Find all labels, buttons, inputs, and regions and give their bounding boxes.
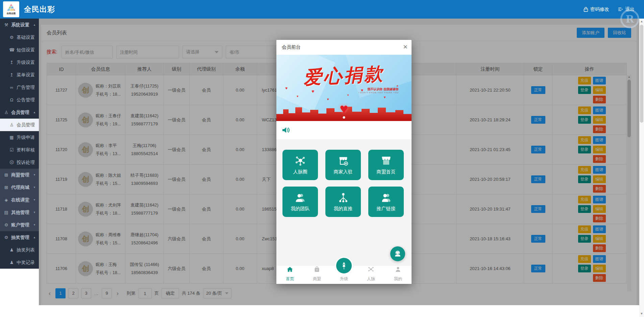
sidebar-item-account-management[interactable]: ⚙账户管理▼: [0, 219, 39, 231]
sidebar-item-label: 抽奖列表: [17, 247, 35, 253]
sidebar-item-online-classroom[interactable]: ◈在线课堂▼: [0, 194, 39, 206]
sidebar-item-alliance-management[interactable]: ⊞商盟管理▼: [0, 169, 39, 181]
sidebar-item-upgrade-apply[interactable]: ▦升级申请: [0, 131, 39, 144]
sidebar-item-other-management[interactable]: ▤其他管理▼: [0, 206, 39, 219]
sidebar-item-label: 商盟管理: [11, 172, 29, 178]
member-front-modal: 会员前台 × 爱心捐款 我不认识你 但我谢谢你 I DON'T KNOW YOU…: [276, 40, 412, 284]
user-icon: ♙: [4, 110, 9, 115]
chevron-down-icon: ▼: [33, 211, 36, 214]
heart-icon: ♥: [384, 95, 386, 99]
big-heart-icon: ♥: [340, 101, 348, 117]
frown-icon: ☹: [9, 160, 14, 165]
gear-icon: ⚙: [9, 35, 14, 40]
nav-wode[interactable]: 我的: [385, 266, 412, 284]
shop-icon: [380, 155, 392, 167]
page-scrollbar[interactable]: ▲ ▼: [639, 19, 644, 317]
top-header: 全民出彩 全民出彩 密码修改 退出: [0, 0, 644, 19]
sidebar-item-basic-settings[interactable]: ⚙基础设置: [0, 31, 39, 44]
heart-icon: ♥: [361, 88, 363, 93]
app-window: 全民出彩 全民出彩 密码修改 退出 R ⚒系统设置▲⚙基础设置☎短信设置↥升级设…: [0, 0, 644, 317]
sidebar-item-sms-settings[interactable]: ☎短信设置: [0, 44, 39, 56]
announcement-bar[interactable]: [276, 121, 412, 139]
chevron-down-icon: ▼: [33, 186, 36, 189]
sidebar-item-label: 会员管理: [17, 122, 35, 128]
sidebar-item-menu-settings[interactable]: ↥菜单设置: [0, 69, 39, 81]
heart-icon: ♥: [347, 94, 349, 97]
scrollbar-thumb[interactable]: [640, 25, 643, 123]
person-plus-icon: [380, 192, 392, 204]
chevron-up-icon: ▲: [33, 236, 36, 239]
sidebar-item-label: 公告管理: [17, 97, 35, 103]
watermark-logo: R: [620, 9, 639, 28]
circle-up-icon: ↥: [9, 60, 14, 65]
sidebar-item-lottery-list[interactable]: ♟抽奖列表: [0, 244, 39, 256]
heart-icon: ♥: [285, 86, 288, 91]
sidebar-item-label: 升级设置: [17, 59, 35, 66]
sidebar-item-lottery-management[interactable]: ⚙抽奖管理▲: [0, 231, 39, 244]
network-hub-icon: [294, 155, 306, 167]
mobile-bottom-nav: 首页 商盟: [276, 265, 412, 284]
sidebar-item-label: 在线课堂: [11, 197, 29, 203]
sidebar-item-label: 投诉处理: [17, 160, 35, 166]
grid-icon: ▦: [9, 135, 14, 140]
tile-shangjiaruzhu[interactable]: 商家入驻: [325, 150, 361, 180]
sidebar-item-label: 抽奖管理: [11, 235, 29, 241]
sidebar-item-notice-management[interactable]: Ω公告管理: [0, 94, 39, 106]
logo-triangle-icon: [7, 3, 16, 11]
sidebar-item-data-review[interactable]: ☑资料审核: [0, 144, 39, 156]
banner-subtitle: 我不认识你 但我谢谢你: [367, 87, 399, 92]
sidebar-item-member-management[interactable]: ♙会员管理: [0, 119, 39, 131]
rocket-icon[interactable]: [335, 257, 353, 275]
headset-user-icon: [394, 250, 402, 258]
logo-text: 全民出彩: [6, 12, 16, 15]
tile-shangmengshouye[interactable]: 商盟首页: [368, 150, 404, 180]
close-icon[interactable]: ×: [403, 43, 407, 51]
main-content: 会员列表 添加账户 回收站 搜索: 请选择: [39, 19, 644, 317]
phone-icon: ☎: [9, 47, 14, 52]
sidebar-item-label: 账户管理: [11, 222, 29, 228]
banner-carousel[interactable]: 爱心捐款 我不认识你 但我谢谢你 I DON'T KNOW YOU THANK …: [276, 55, 412, 121]
nav-shengji[interactable]: 升级: [330, 266, 357, 284]
sidebar-item-member-management-group[interactable]: ♙会员管理▲: [0, 106, 39, 119]
wrench-icon: ⚒: [4, 22, 9, 27]
sidebar-item-winning-records[interactable]: ♟中奖记录: [0, 256, 39, 269]
network-icon: [367, 266, 375, 273]
nav-renmai[interactable]: 人脉: [357, 266, 385, 284]
tile-tuiguanglianjie[interactable]: 推广链接: [368, 187, 404, 217]
app-logo: 全民出彩: [3, 1, 19, 17]
nav-home[interactable]: 首页: [276, 266, 303, 284]
document-icon: ▤: [4, 210, 9, 215]
tile-renmaiquan[interactable]: 人脉圈: [282, 150, 318, 180]
modal-titlebar: 会员前台 ×: [276, 40, 412, 55]
sidebar-item-system-settings[interactable]: ⚒系统设置▲: [0, 19, 39, 31]
tile-wodetuandui[interactable]: 我的团队: [282, 187, 318, 217]
scroll-up-icon[interactable]: ▲: [639, 19, 644, 24]
home-icon: [286, 266, 294, 273]
heart-icon: ♥: [327, 97, 329, 101]
cart-icon: ⊞: [4, 185, 9, 190]
gear-icon: ⚙: [4, 222, 9, 227]
customer-service-button[interactable]: [390, 246, 405, 261]
modal-title: 会员前台: [282, 44, 301, 50]
team-icon: [294, 192, 306, 204]
sidebar-item-ad-management[interactable]: ∞广告管理: [0, 81, 39, 94]
chevron-up-icon: ▲: [33, 23, 36, 26]
sidebar-item-agent-mall[interactable]: ⊞代理商城▼: [0, 181, 39, 194]
scroll-down-icon[interactable]: ▼: [639, 311, 644, 316]
bag-icon: [313, 266, 321, 273]
sidebar-item-complaint-handling[interactable]: ☹投诉处理: [0, 156, 39, 169]
sidebar: ⚒系统设置▲⚙基础设置☎短信设置↥升级设置↥菜单设置∞广告管理Ω公告管理♙会员管…: [0, 19, 39, 269]
bottom-strip: [39, 305, 644, 317]
sidebar-item-label: 其他管理: [11, 210, 29, 216]
globe-icon: ◈: [4, 197, 9, 202]
carousel-dot[interactable]: [343, 116, 345, 119]
sidebar-item-upgrade-settings[interactable]: ↥升级设置: [0, 56, 39, 69]
logout-icon: [618, 7, 623, 11]
sidebar-item-label: 会员管理: [11, 109, 29, 116]
sidebar-item-label: 升级申请: [17, 135, 35, 141]
change-password-link[interactable]: 密码修改: [584, 6, 609, 13]
link-icon: ∞: [9, 85, 14, 90]
tile-wodezhitui[interactable]: 我的直推: [325, 187, 361, 217]
nav-shangmeng[interactable]: 商盟: [303, 266, 330, 284]
sidebar-item-label: 资料审核: [17, 147, 35, 153]
